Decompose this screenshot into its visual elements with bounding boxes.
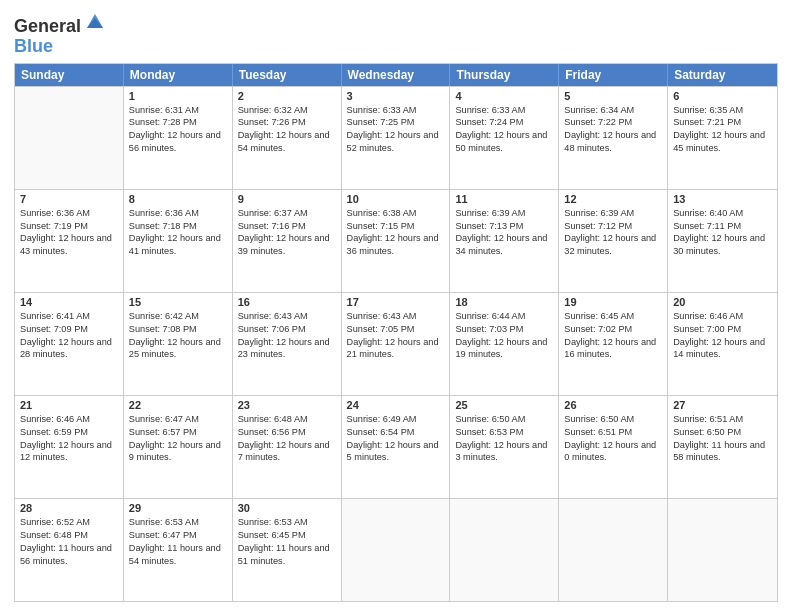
daylight-text: Daylight: 12 hours and 50 minutes.	[455, 129, 553, 155]
sunrise-text: Sunrise: 6:36 AM	[20, 207, 118, 220]
sunrise-text: Sunrise: 6:40 AM	[673, 207, 772, 220]
daylight-text: Daylight: 12 hours and 7 minutes.	[238, 439, 336, 465]
day-number: 2	[238, 90, 336, 102]
day-number: 28	[20, 502, 118, 514]
sunset-text: Sunset: 7:16 PM	[238, 220, 336, 233]
daylight-text: Daylight: 12 hours and 0 minutes.	[564, 439, 662, 465]
cal-cell	[15, 87, 124, 189]
cal-cell: 13Sunrise: 6:40 AMSunset: 7:11 PMDayligh…	[668, 190, 777, 292]
day-number: 17	[347, 296, 445, 308]
sunrise-text: Sunrise: 6:49 AM	[347, 413, 445, 426]
sunrise-text: Sunrise: 6:48 AM	[238, 413, 336, 426]
day-number: 1	[129, 90, 227, 102]
sunrise-text: Sunrise: 6:45 AM	[564, 310, 662, 323]
logo-icon	[83, 10, 105, 32]
cal-cell: 11Sunrise: 6:39 AMSunset: 7:13 PMDayligh…	[450, 190, 559, 292]
sunset-text: Sunset: 7:15 PM	[347, 220, 445, 233]
day-number: 27	[673, 399, 772, 411]
sunset-text: Sunset: 6:53 PM	[455, 426, 553, 439]
sunset-text: Sunset: 6:56 PM	[238, 426, 336, 439]
calendar-body: 1Sunrise: 6:31 AMSunset: 7:28 PMDaylight…	[15, 86, 777, 601]
header-cell-monday: Monday	[124, 64, 233, 86]
cal-cell: 1Sunrise: 6:31 AMSunset: 7:28 PMDaylight…	[124, 87, 233, 189]
cal-cell: 14Sunrise: 6:41 AMSunset: 7:09 PMDayligh…	[15, 293, 124, 395]
daylight-text: Daylight: 12 hours and 16 minutes.	[564, 336, 662, 362]
cal-cell: 19Sunrise: 6:45 AMSunset: 7:02 PMDayligh…	[559, 293, 668, 395]
day-number: 23	[238, 399, 336, 411]
day-number: 10	[347, 193, 445, 205]
day-number: 7	[20, 193, 118, 205]
cal-cell: 17Sunrise: 6:43 AMSunset: 7:05 PMDayligh…	[342, 293, 451, 395]
header: General Blue	[14, 10, 778, 57]
cal-cell: 6Sunrise: 6:35 AMSunset: 7:21 PMDaylight…	[668, 87, 777, 189]
day-number: 16	[238, 296, 336, 308]
daylight-text: Daylight: 12 hours and 39 minutes.	[238, 232, 336, 258]
day-number: 21	[20, 399, 118, 411]
sunrise-text: Sunrise: 6:37 AM	[238, 207, 336, 220]
day-number: 9	[238, 193, 336, 205]
cal-cell: 20Sunrise: 6:46 AMSunset: 7:00 PMDayligh…	[668, 293, 777, 395]
sunset-text: Sunset: 7:09 PM	[20, 323, 118, 336]
sunset-text: Sunset: 6:57 PM	[129, 426, 227, 439]
sunrise-text: Sunrise: 6:43 AM	[347, 310, 445, 323]
sunrise-text: Sunrise: 6:47 AM	[129, 413, 227, 426]
cal-cell: 9Sunrise: 6:37 AMSunset: 7:16 PMDaylight…	[233, 190, 342, 292]
sunset-text: Sunset: 7:22 PM	[564, 116, 662, 129]
daylight-text: Daylight: 12 hours and 21 minutes.	[347, 336, 445, 362]
week-row-4: 21Sunrise: 6:46 AMSunset: 6:59 PMDayligh…	[15, 395, 777, 498]
cal-cell: 12Sunrise: 6:39 AMSunset: 7:12 PMDayligh…	[559, 190, 668, 292]
daylight-text: Daylight: 11 hours and 56 minutes.	[20, 542, 118, 568]
sunrise-text: Sunrise: 6:39 AM	[455, 207, 553, 220]
day-number: 12	[564, 193, 662, 205]
cal-cell	[668, 499, 777, 601]
sunset-text: Sunset: 7:13 PM	[455, 220, 553, 233]
sunset-text: Sunset: 7:05 PM	[347, 323, 445, 336]
week-row-3: 14Sunrise: 6:41 AMSunset: 7:09 PMDayligh…	[15, 292, 777, 395]
header-cell-thursday: Thursday	[450, 64, 559, 86]
sunrise-text: Sunrise: 6:53 AM	[238, 516, 336, 529]
day-number: 22	[129, 399, 227, 411]
day-number: 8	[129, 193, 227, 205]
sunrise-text: Sunrise: 6:52 AM	[20, 516, 118, 529]
sunset-text: Sunset: 6:47 PM	[129, 529, 227, 542]
daylight-text: Daylight: 12 hours and 36 minutes.	[347, 232, 445, 258]
day-number: 15	[129, 296, 227, 308]
page: General Blue SundayMondayTuesdayWednesda…	[0, 0, 792, 612]
daylight-text: Daylight: 11 hours and 54 minutes.	[129, 542, 227, 568]
header-cell-sunday: Sunday	[15, 64, 124, 86]
daylight-text: Daylight: 12 hours and 3 minutes.	[455, 439, 553, 465]
cal-cell: 8Sunrise: 6:36 AMSunset: 7:18 PMDaylight…	[124, 190, 233, 292]
week-row-1: 1Sunrise: 6:31 AMSunset: 7:28 PMDaylight…	[15, 86, 777, 189]
sunset-text: Sunset: 7:25 PM	[347, 116, 445, 129]
day-number: 5	[564, 90, 662, 102]
cal-cell: 22Sunrise: 6:47 AMSunset: 6:57 PMDayligh…	[124, 396, 233, 498]
week-row-2: 7Sunrise: 6:36 AMSunset: 7:19 PMDaylight…	[15, 189, 777, 292]
sunset-text: Sunset: 7:02 PM	[564, 323, 662, 336]
sunrise-text: Sunrise: 6:50 AM	[455, 413, 553, 426]
day-number: 4	[455, 90, 553, 102]
sunrise-text: Sunrise: 6:38 AM	[347, 207, 445, 220]
daylight-text: Daylight: 12 hours and 28 minutes.	[20, 336, 118, 362]
daylight-text: Daylight: 12 hours and 41 minutes.	[129, 232, 227, 258]
daylight-text: Daylight: 12 hours and 14 minutes.	[673, 336, 772, 362]
sunset-text: Sunset: 7:11 PM	[673, 220, 772, 233]
sunset-text: Sunset: 7:19 PM	[20, 220, 118, 233]
cal-cell: 21Sunrise: 6:46 AMSunset: 6:59 PMDayligh…	[15, 396, 124, 498]
cal-cell: 2Sunrise: 6:32 AMSunset: 7:26 PMDaylight…	[233, 87, 342, 189]
sunrise-text: Sunrise: 6:42 AM	[129, 310, 227, 323]
daylight-text: Daylight: 12 hours and 45 minutes.	[673, 129, 772, 155]
week-row-5: 28Sunrise: 6:52 AMSunset: 6:48 PMDayligh…	[15, 498, 777, 601]
day-number: 19	[564, 296, 662, 308]
cal-cell: 30Sunrise: 6:53 AMSunset: 6:45 PMDayligh…	[233, 499, 342, 601]
cal-cell	[559, 499, 668, 601]
day-number: 14	[20, 296, 118, 308]
cal-cell	[450, 499, 559, 601]
sunrise-text: Sunrise: 6:33 AM	[455, 104, 553, 117]
cal-cell: 25Sunrise: 6:50 AMSunset: 6:53 PMDayligh…	[450, 396, 559, 498]
day-number: 6	[673, 90, 772, 102]
sunrise-text: Sunrise: 6:46 AM	[20, 413, 118, 426]
cal-cell: 29Sunrise: 6:53 AMSunset: 6:47 PMDayligh…	[124, 499, 233, 601]
daylight-text: Daylight: 12 hours and 5 minutes.	[347, 439, 445, 465]
sunset-text: Sunset: 7:28 PM	[129, 116, 227, 129]
cal-cell: 18Sunrise: 6:44 AMSunset: 7:03 PMDayligh…	[450, 293, 559, 395]
